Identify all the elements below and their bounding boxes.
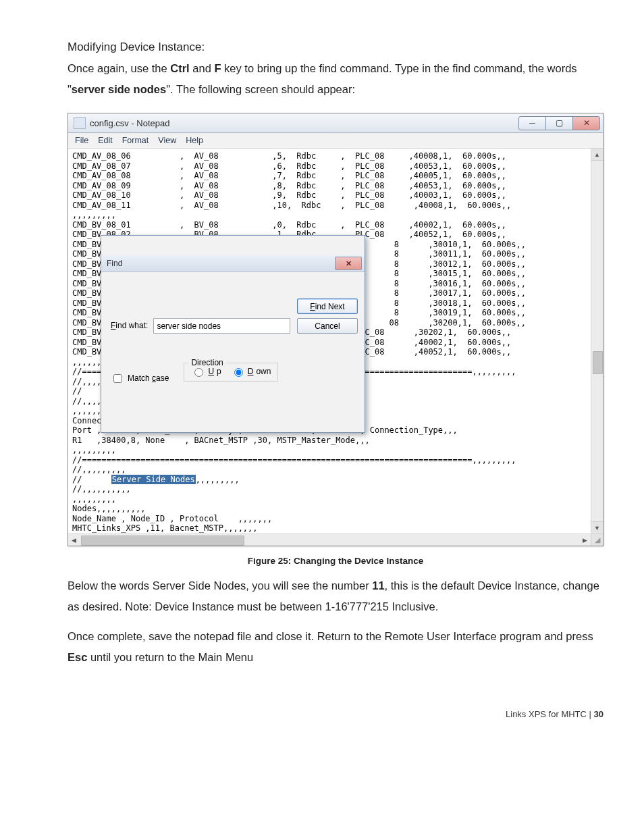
t: ". The following screen should appear: xyxy=(166,83,355,95)
find-what-label: Find what: xyxy=(111,321,148,331)
direction-down[interactable]: Down xyxy=(231,366,271,377)
editor-area[interactable]: CMD_AV_08_06 , AV_08 ,5, Rdbc , PLC_08 ,… xyxy=(68,149,591,533)
resize-grip-icon[interactable]: ◢ xyxy=(591,534,603,546)
t: Once again, use the xyxy=(68,62,170,74)
match-case-label: Match case xyxy=(128,373,169,384)
find-title: Find xyxy=(107,259,122,269)
default-instance: 11 xyxy=(372,579,384,592)
window-title: config.csv - Notepad xyxy=(90,118,170,128)
cancel-button[interactable]: Cancel xyxy=(297,318,358,334)
page-number: 30 xyxy=(594,709,603,719)
match-case-checkbox[interactable] xyxy=(113,374,122,383)
vscroll-thumb[interactable] xyxy=(593,351,603,374)
direction-group: Direction Up Down xyxy=(184,363,278,382)
t: and xyxy=(190,62,215,74)
menu-help[interactable]: Help xyxy=(186,136,203,145)
menu-format[interactable]: Format xyxy=(122,136,149,145)
t: until you return to the Main Menu xyxy=(87,651,253,663)
intro-para-3: Once complete, save the notepad file and… xyxy=(68,626,603,667)
scroll-left-icon[interactable]: ◀ xyxy=(68,534,80,546)
horizontal-scrollbar[interactable]: ◀ ▶ ◢ xyxy=(68,533,603,546)
footer-text: Links XPS for MHTC | xyxy=(506,709,594,719)
intro-para-1: Once again, use the Ctrl and F key to br… xyxy=(68,58,603,99)
notepad-window: config.csv - Notepad ─ ▢ ✕ File Edit For… xyxy=(68,113,603,546)
scroll-up-icon[interactable]: ▲ xyxy=(591,149,603,161)
find-next-button[interactable]: Find Next xyxy=(297,298,358,314)
find-dialog: Find ✕ Find what: xyxy=(101,235,365,433)
scroll-down-icon[interactable]: ▼ xyxy=(591,521,603,533)
close-button[interactable]: ✕ xyxy=(572,116,600,130)
page-footer: Links XPS for MHTC | 30 xyxy=(68,673,603,719)
scroll-right-icon[interactable]: ▶ xyxy=(579,534,591,546)
menu-view[interactable]: View xyxy=(158,136,176,145)
heading: Modifying Device Instance: xyxy=(68,41,603,54)
menubar: File Edit Format View Help xyxy=(68,133,603,149)
menu-edit[interactable]: Edit xyxy=(98,136,113,145)
vertical-scrollbar[interactable]: ▲ ▼ xyxy=(591,149,603,533)
minimize-button[interactable]: ─ xyxy=(518,116,546,130)
esc-key: Esc xyxy=(68,651,87,663)
menu-file[interactable]: File xyxy=(75,136,88,145)
t: Below the words Server Side Nodes, you w… xyxy=(68,579,372,592)
f-key: F xyxy=(214,62,221,74)
figure-caption: Figure 25: Changing the Device Instance xyxy=(68,556,603,566)
find-what-input[interactable] xyxy=(153,318,290,334)
titlebar: config.csv - Notepad ─ ▢ ✕ xyxy=(68,113,603,133)
ctrl-key: Ctrl xyxy=(170,62,189,74)
highlighted-text: Server Side Nodes xyxy=(111,475,196,484)
notepad-icon xyxy=(74,117,86,129)
maximize-button[interactable]: ▢ xyxy=(545,116,573,130)
find-close-button[interactable]: ✕ xyxy=(335,257,362,270)
t: Once complete, save the notepad file and… xyxy=(68,630,593,642)
find-titlebar: Find ✕ xyxy=(101,255,365,272)
hscroll-thumb[interactable] xyxy=(81,536,244,546)
intro-para-2: Below the words Server Side Nodes, you w… xyxy=(68,575,603,617)
ssn-text: server side nodes xyxy=(72,83,166,95)
direction-legend: Direction xyxy=(188,358,225,368)
